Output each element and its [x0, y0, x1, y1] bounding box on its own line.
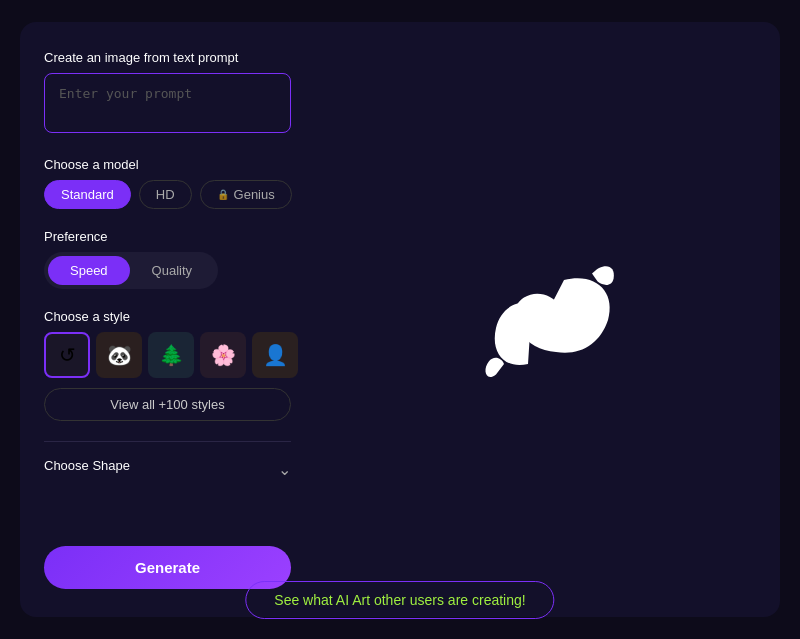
- shape-section: Choose Shape ⌄: [44, 441, 291, 481]
- style-thumbnails: ↺ 🐼 🌲 🌸 👤: [44, 332, 291, 378]
- model-buttons: Standard HD 🔒 Genius: [44, 180, 291, 209]
- prompt-input[interactable]: [44, 73, 291, 133]
- logo-container: [468, 240, 628, 400]
- view-all-styles-button[interactable]: View all +100 styles: [44, 388, 291, 421]
- style-thumb-1[interactable]: ↺: [44, 332, 90, 378]
- lock-icon: 🔒: [217, 189, 229, 200]
- bottom-banner: See what AI Art other users are creating…: [245, 581, 554, 619]
- style-section: Choose a style ↺ 🐼 🌲 🌸 👤 View all +1: [44, 309, 291, 421]
- model-btn-genius[interactable]: 🔒 Genius: [200, 180, 292, 209]
- prompt-title: Create an image from text prompt: [44, 50, 291, 65]
- style-thumb-4[interactable]: 🌸: [200, 332, 246, 378]
- style-thumb-2[interactable]: 🐼: [96, 332, 142, 378]
- shape-label: Choose Shape: [44, 458, 130, 473]
- quality-toggle[interactable]: Quality: [130, 256, 214, 285]
- main-container: Create an image from text prompt Choose …: [20, 22, 780, 617]
- model-btn-standard[interactable]: Standard: [44, 180, 131, 209]
- svg-rect-0: [513, 348, 524, 359]
- style-thumb-5[interactable]: 👤: [252, 332, 298, 378]
- preference-toggle: Speed Quality: [44, 252, 218, 289]
- prompt-section: Create an image from text prompt: [44, 50, 291, 137]
- community-button[interactable]: See what AI Art other users are creating…: [245, 581, 554, 619]
- model-section: Choose a model Standard HD 🔒 Genius: [44, 157, 291, 209]
- shape-header[interactable]: Choose Shape ⌄: [44, 458, 291, 481]
- preference-label: Preference: [44, 229, 291, 244]
- chevron-down-icon: ⌄: [278, 460, 291, 479]
- left-panel: Create an image from text prompt Choose …: [20, 22, 315, 617]
- model-label: Choose a model: [44, 157, 291, 172]
- right-panel: [315, 22, 780, 617]
- preference-section: Preference Speed Quality: [44, 229, 291, 289]
- style-thumb-3[interactable]: 🌲: [148, 332, 194, 378]
- app-logo: [468, 240, 628, 400]
- speed-toggle[interactable]: Speed: [48, 256, 130, 285]
- style-label: Choose a style: [44, 309, 291, 324]
- model-btn-hd[interactable]: HD: [139, 180, 192, 209]
